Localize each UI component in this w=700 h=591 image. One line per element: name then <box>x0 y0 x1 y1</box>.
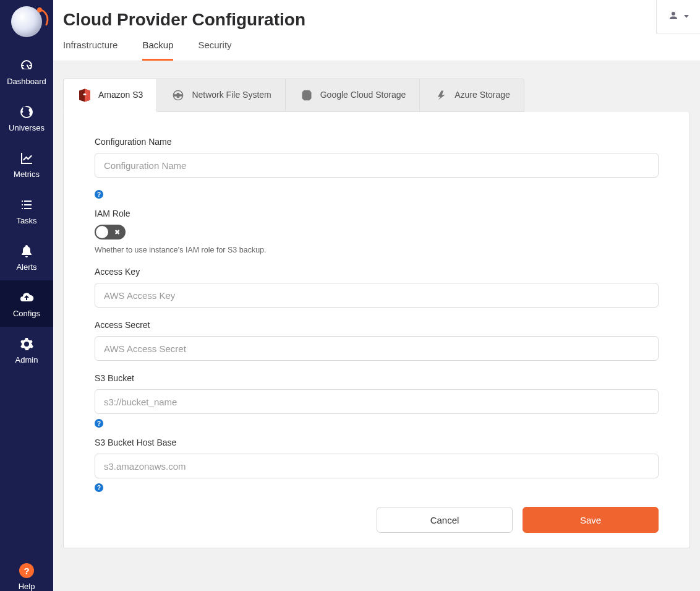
iam-role-label: IAM Role <box>95 209 659 218</box>
sidebar-item-label: Metrics <box>14 170 40 179</box>
access-secret-input[interactable] <box>95 336 659 361</box>
sidebar-item-configs[interactable]: Configs <box>0 280 53 327</box>
amazon-s3-icon <box>77 88 92 103</box>
sidebar: Dashboard Universes Metrics Tasks Alerts… <box>0 0 53 591</box>
access-secret-label: Access Secret <box>95 320 659 330</box>
provider-tab-label: Google Cloud Storage <box>320 90 406 101</box>
provider-tab-azure[interactable]: Azure Storage <box>420 79 524 112</box>
sidebar-item-dashboard[interactable]: Dashboard <box>0 48 53 95</box>
globe-icon <box>19 105 34 119</box>
form-actions: Cancel Save <box>95 507 659 533</box>
access-key-input[interactable] <box>95 283 659 308</box>
access-key-label: Access Key <box>95 267 659 277</box>
s3-bucket-label: S3 Bucket <box>95 373 659 383</box>
config-panel: Configuration Name ? IAM Role ✖ Whether … <box>63 112 690 548</box>
bell-icon <box>19 244 34 259</box>
sidebar-item-metrics[interactable]: Metrics <box>0 141 53 188</box>
sidebar-item-label: Dashboard <box>7 77 46 86</box>
iam-role-help-text: Whether to use instance's IAM role for S… <box>95 246 659 254</box>
s3-host-label: S3 Bucket Host Base <box>95 438 659 447</box>
google-cloud-icon <box>299 88 314 103</box>
provider-tab-label: Network File System <box>192 90 271 101</box>
dashboard-icon <box>19 58 34 73</box>
topbar: Cloud Provider Configuration Infrastruct… <box>53 0 700 61</box>
sidebar-item-tasks[interactable]: Tasks <box>0 188 53 234</box>
save-button[interactable]: Save <box>523 507 659 533</box>
sidebar-item-label: Admin <box>15 355 38 365</box>
field-iam-role: IAM Role ✖ Whether to use instance's IAM… <box>95 209 659 254</box>
s3-bucket-input[interactable] <box>95 389 659 414</box>
sidebar-item-label: Universes <box>9 123 45 132</box>
sidebar-item-alerts[interactable]: Alerts <box>0 234 53 280</box>
tab-infrastructure[interactable]: Infrastructure <box>63 40 117 61</box>
gear-icon <box>19 337 34 352</box>
content: Amazon S3 Network File System Google Clo… <box>53 61 700 561</box>
cloud-upload-icon <box>19 290 34 305</box>
help-icon: ? <box>19 563 34 578</box>
provider-tab-label: Azure Storage <box>455 90 510 101</box>
field-access-secret: Access Secret <box>95 320 659 361</box>
page-title: Cloud Provider Configuration <box>63 10 690 30</box>
sidebar-item-universes[interactable]: Universes <box>0 95 53 141</box>
sidebar-item-label: Help <box>19 582 35 591</box>
tab-security[interactable]: Security <box>198 40 231 61</box>
s3-host-input[interactable] <box>95 454 659 478</box>
tab-backup[interactable]: Backup <box>142 40 173 61</box>
field-access-key: Access Key <box>95 267 659 308</box>
main-tabs: Infrastructure Backup Security <box>63 40 690 61</box>
azure-icon <box>433 88 448 103</box>
user-menu[interactable] <box>656 0 700 33</box>
list-icon <box>19 197 34 212</box>
sidebar-item-help[interactable]: ? Help <box>0 554 53 591</box>
field-config-name: Configuration Name <box>95 137 659 178</box>
sidebar-item-label: Tasks <box>16 216 36 225</box>
cancel-button[interactable]: Cancel <box>377 507 513 533</box>
sidebar-item-admin[interactable]: Admin <box>0 327 53 373</box>
toggle-knob <box>96 226 108 238</box>
main: Cloud Provider Configuration Infrastruct… <box>53 0 700 591</box>
user-icon <box>668 10 679 23</box>
provider-tab-amazon-s3[interactable]: Amazon S3 <box>63 79 157 112</box>
config-name-label: Configuration Name <box>95 137 659 147</box>
config-name-input[interactable] <box>95 153 659 178</box>
chevron-down-icon <box>684 15 689 18</box>
field-s3-host: S3 Bucket Host Base <box>95 438 659 478</box>
field-s3-bucket: S3 Bucket <box>95 373 659 414</box>
info-icon[interactable]: ? <box>95 483 103 492</box>
sidebar-item-label: Alerts <box>16 262 36 272</box>
network-icon <box>171 88 186 103</box>
info-icon[interactable]: ? <box>95 419 103 428</box>
provider-tab-gcs[interactable]: Google Cloud Storage <box>286 79 420 112</box>
provider-tab-label: Amazon S3 <box>98 90 143 101</box>
provider-tab-nfs[interactable]: Network File System <box>157 79 285 112</box>
iam-role-toggle[interactable]: ✖ <box>95 225 126 239</box>
chart-line-icon <box>19 151 34 166</box>
info-icon[interactable]: ? <box>95 190 103 199</box>
sidebar-item-label: Configs <box>13 309 40 318</box>
provider-tabs: Amazon S3 Network File System Google Clo… <box>63 79 690 112</box>
app-logo <box>11 6 42 37</box>
toggle-off-icon: ✖ <box>114 229 120 236</box>
